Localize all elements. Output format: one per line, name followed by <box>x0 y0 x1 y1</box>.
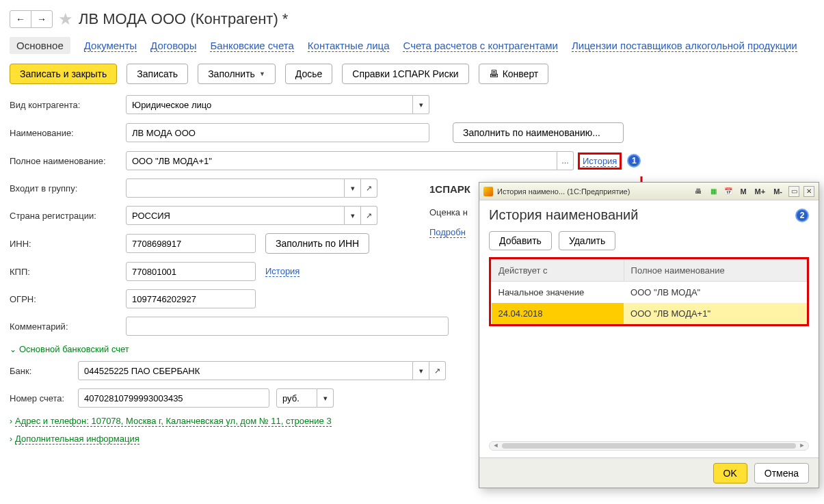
history-table: Действует с Полное наименование Начально… <box>491 259 807 324</box>
comment-input[interactable] <box>126 317 449 336</box>
kpp-label: КПП: <box>10 267 126 277</box>
dropdown-icon[interactable]: ▾ <box>345 178 361 198</box>
dropdown-icon[interactable]: ▾ <box>413 361 429 380</box>
ogrn-input[interactable] <box>126 289 256 308</box>
save-and-close-button[interactable]: Записать и закрыть <box>10 64 117 84</box>
country-input[interactable] <box>126 206 345 225</box>
counterparty-type-input[interactable] <box>126 95 413 114</box>
inn-label: ИНН: <box>10 239 126 249</box>
dialog-heading: История наименований <box>489 207 638 223</box>
app-logo-icon <box>483 187 493 196</box>
delete-button[interactable]: Удалить <box>559 231 615 250</box>
add-button[interactable]: Добавить <box>489 231 552 250</box>
col-name-header[interactable]: Полное наименование <box>624 260 806 282</box>
counterparty-type-label: Вид контрагента: <box>10 100 126 110</box>
extra-section-title: Дополнительная информация <box>15 434 139 445</box>
name-input[interactable] <box>126 123 429 142</box>
account-input[interactable] <box>78 388 269 408</box>
envelope-button[interactable]: 🖶 Конверт <box>479 64 549 84</box>
save-button[interactable]: Записать <box>127 64 188 84</box>
currency-input[interactable] <box>276 388 317 408</box>
dropdown-icon[interactable]: ▾ <box>413 95 429 114</box>
tab-contracts[interactable]: Договоры <box>150 40 196 52</box>
full-name-history-link[interactable]: История <box>583 156 617 167</box>
dossier-button[interactable]: Досье <box>285 64 333 84</box>
open-icon[interactable]: ↗ <box>429 361 446 380</box>
spark-button[interactable]: Справки 1СПАРК Риски <box>342 64 468 84</box>
table-row[interactable]: Начальное значение ООО "ЛВ МОДА" <box>492 282 807 304</box>
kpp-input[interactable] <box>126 262 256 281</box>
cell-date: 24.04.2018 <box>492 303 624 324</box>
bank-label: Банк: <box>10 366 78 376</box>
history-dialog: История наимено... (1С:Предприятие) 🖶 ▦ … <box>479 182 819 461</box>
caret-down-icon: ▼ <box>259 70 265 77</box>
print-icon: 🖶 <box>489 68 499 79</box>
envelope-button-label: Конверт <box>503 68 539 79</box>
dropdown-icon[interactable]: ▾ <box>317 388 334 408</box>
account-label: Номер счета: <box>10 393 78 403</box>
scroll-right-icon[interactable]: ► <box>797 442 807 450</box>
chevron-right-icon: › <box>10 416 12 426</box>
m-plus-button[interactable]: M+ <box>753 187 768 196</box>
inn-input[interactable] <box>126 234 256 253</box>
kpp-history-link[interactable]: История <box>265 266 300 277</box>
open-icon[interactable]: ↗ <box>361 178 377 198</box>
nav-back-button[interactable]: ← <box>10 10 31 28</box>
scroll-left-icon[interactable]: ◄ <box>491 442 501 450</box>
ellipsis-icon[interactable]: … <box>557 151 574 170</box>
dropdown-icon[interactable]: ▾ <box>345 206 361 225</box>
name-label: Наименование: <box>10 128 126 138</box>
address-section-title: Адрес и телефон: 107078, Москва г, Калан… <box>15 416 332 427</box>
tab-settlements[interactable]: Счета расчетов с контрагентами <box>403 40 557 52</box>
full-name-label: Полное наименование: <box>10 156 126 166</box>
group-label: Входит в группу: <box>10 183 126 194</box>
m-button[interactable]: M <box>738 187 748 196</box>
minimize-icon[interactable]: ▭ <box>788 186 799 197</box>
bank-section-title: Основной банковский счет <box>19 344 129 354</box>
callout-2: 2 <box>795 209 809 222</box>
tab-documents[interactable]: Документы <box>84 40 137 52</box>
m-minus-button[interactable]: M- <box>771 187 784 196</box>
fill-button-label: Заполнить <box>208 68 255 79</box>
dialog-title: История наимено... (1С:Предприятие) <box>497 187 689 196</box>
table-row[interactable]: 24.04.2018 ООО "ЛВ МОДА+1" <box>492 303 807 324</box>
country-label: Страна регистрации: <box>10 211 126 221</box>
ogrn-label: ОГРН: <box>10 294 126 304</box>
cell-name: ООО "ЛВ МОДА+1" <box>624 303 806 324</box>
spark-more-link[interactable]: Подробн <box>429 227 466 238</box>
cell-name: ООО "ЛВ МОДА" <box>624 282 806 304</box>
fill-by-name-button[interactable]: Заполнить по наименованию... <box>453 122 624 143</box>
group-input[interactable] <box>126 178 345 198</box>
fill-button[interactable]: Заполнить ▼ <box>198 64 276 84</box>
close-icon[interactable]: ✕ <box>803 186 814 197</box>
comment-label: Комментарий: <box>10 321 126 332</box>
scroll-thumb[interactable] <box>502 443 796 449</box>
col-date-header[interactable]: Действует с <box>492 260 624 282</box>
tab-main[interactable]: Основное <box>10 37 70 54</box>
callout-1: 1 <box>627 154 641 168</box>
favorite-star-icon[interactable]: ★ <box>58 10 73 29</box>
chevron-right-icon: › <box>10 434 12 444</box>
nav-forward-button[interactable]: → <box>31 10 53 28</box>
open-icon[interactable]: ↗ <box>361 206 377 225</box>
print-icon[interactable]: 🖶 <box>693 186 704 197</box>
spark-rating-label: Оценка н <box>429 207 470 217</box>
tab-licenses[interactable]: Лицензии поставщиков алкогольной продукц… <box>572 40 797 52</box>
table-icon[interactable]: ▦ <box>708 186 719 197</box>
tab-bank-accounts[interactable]: Банковские счета <box>210 40 293 52</box>
calendar-icon[interactable]: 📅 <box>723 186 734 197</box>
bank-input[interactable] <box>78 361 413 380</box>
horizontal-scrollbar[interactable]: ◄ ► <box>489 441 809 451</box>
full-name-input[interactable] <box>126 151 557 170</box>
chevron-down-icon: ⌄ <box>10 345 16 354</box>
page-title: ЛВ МОДА ООО (Контрагент) * <box>79 10 288 28</box>
spark-title: 1СПАРК <box>429 183 470 195</box>
cell-date: Начальное значение <box>492 282 624 304</box>
tab-contacts[interactable]: Контактные лица <box>308 40 390 52</box>
fill-by-inn-button[interactable]: Заполнить по ИНН <box>265 233 369 254</box>
